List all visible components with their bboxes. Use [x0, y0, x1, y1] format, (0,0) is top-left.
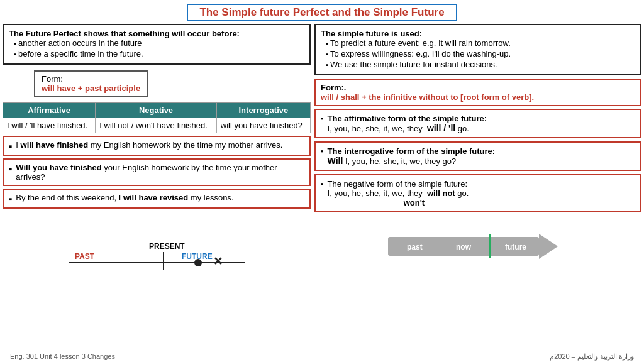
tl-right-future: future: [505, 243, 526, 251]
interrogative-text: The interrogative form of the simple fut…: [328, 146, 496, 166]
simple-future-box: The simple future is used: To predict a …: [314, 24, 641, 75]
bullet-2: before a specific time in the future.: [14, 49, 304, 58]
affirmative-bullet: ▪: [321, 114, 324, 123]
bullet-icon-2: ▪: [9, 163, 12, 174]
interrogative-rest: I, you, he, she, it, we, they go?: [343, 156, 456, 166]
timeline-dot: [194, 259, 202, 266]
tl-right-past: past: [407, 243, 423, 251]
negative-box: ▪ The negative form of the simple future…: [314, 174, 641, 212]
grammar-table: Affirmative Negative Interrogative I wil…: [3, 102, 311, 133]
example-1-bold: will have finished: [21, 140, 89, 150]
example-1-text: I will have finished my English homework…: [16, 140, 282, 150]
present-vertical-line: [163, 252, 164, 270]
negative-wont-bold: won't: [404, 198, 425, 207]
affirmative-will: will / 'll: [427, 123, 455, 133]
example-3: ▪ By the end of this weekend, I will hav…: [3, 189, 311, 209]
affirmative-end: go.: [455, 124, 469, 133]
example-3-before: By the end of this weekend, I: [16, 193, 123, 202]
example-3-after: my lessons.: [188, 193, 233, 202]
page-title: The Simple future Perfect and the Simple…: [187, 4, 457, 21]
form-right-formula: will / shall + the infinitive without to…: [321, 92, 534, 102]
example-2-text: Will you have finished your English home…: [16, 163, 304, 182]
interrogative-box: ▪ The interrogative form of the simple f…: [314, 141, 641, 171]
timeline-x: ✕: [213, 255, 223, 268]
form-right-box: Form:. will / shall + the infinitive wit…: [314, 79, 641, 106]
main-columns: The Future Perfect shows that something …: [0, 24, 644, 216]
col-affirmative: Affirmative: [3, 103, 96, 118]
future-perfect-header: The Future Perfect shows that something …: [9, 29, 304, 38]
negative-content: ▪ The negative form of the simple future…: [321, 179, 635, 207]
example-1: ▪ I will have finished my English homewo…: [3, 136, 311, 156]
negative-text: The negative form of the simple future: …: [328, 179, 469, 207]
title-bar: The Simple future Perfect and the Simple…: [0, 0, 644, 24]
negative-willnot: will not: [427, 189, 455, 198]
affirmative-content: ▪ The affirmative form of the simple fut…: [321, 114, 635, 133]
right-column: The simple future is used: To predict a …: [314, 24, 641, 216]
footer-left: Eng. 301 Unit 4 lesson 3 Changes: [10, 353, 115, 361]
negative-bullet: ▪: [321, 179, 324, 189]
timeline-right-container: past now future: [311, 218, 641, 275]
negative-subject: I, you, he, she, it, we, they: [328, 189, 423, 198]
cell-affirmative: I will / 'll have finished.: [3, 118, 96, 133]
left-column: The Future Perfect shows that something …: [3, 24, 311, 216]
form-box: Form: will have + past participle: [34, 70, 148, 97]
affirmative-text: The affirmative form of the simple futur…: [328, 114, 487, 133]
form-label: Form:: [42, 74, 63, 84]
negative-go: go.: [455, 189, 469, 198]
sf-bullet-3: We use the simple future for instant dec…: [326, 60, 635, 69]
form-container: Form: will have + past participle: [3, 68, 311, 100]
interrogative-will: Will: [328, 156, 343, 166]
col-interrogative: Interrogative: [216, 103, 310, 118]
negative-wont: won't: [328, 198, 425, 207]
simple-future-bullets: To predict a future event: e.g. It will …: [321, 38, 635, 69]
interrogative-bullet: ▪: [321, 146, 324, 156]
bullet-1: another action occurs in the future: [14, 38, 304, 48]
interrogative-content: ▪ The interrogative form of the simple f…: [321, 146, 635, 166]
example-1-after: my English homework by the time my mothe…: [88, 140, 282, 150]
affirmative-subject: I, you, he, she, it, we, they: [328, 124, 423, 133]
affirmative-box: ▪ The affirmative form of the simple fut…: [314, 109, 641, 138]
cell-negative: I will not / won't have finished.: [96, 118, 217, 133]
simple-future-header: The simple future is used:: [321, 29, 635, 38]
bullet-icon: ▪: [9, 141, 12, 151]
table-row: I will / 'll have finished. I will not /…: [3, 118, 311, 133]
example-3-text: By the end of this weekend, I will have …: [16, 193, 233, 202]
negative-header: The negative form of the simple future:: [328, 179, 468, 189]
cell-interrogative: will you have finished?: [216, 118, 310, 133]
bottom-section: PRESENT PAST FUTURE ✕ past now future: [0, 218, 644, 275]
past-label: PAST: [75, 252, 94, 261]
bullet-icon-3: ▪: [9, 194, 12, 204]
timeline-left: PRESENT PAST FUTURE ✕: [62, 224, 251, 275]
present-label: PRESENT: [149, 242, 185, 251]
example-3-bold: will have revised: [123, 193, 188, 202]
tl-right-now: now: [456, 243, 472, 251]
footer: Eng. 301 Unit 4 lesson 3 Changes وزارة ا…: [0, 351, 644, 362]
timeline-right: past now future: [388, 231, 564, 262]
col-negative: Negative: [96, 103, 217, 118]
footer-right: وزارة التربية والتعليم – 2020م: [550, 353, 634, 361]
form-formula: will have + past participle: [42, 84, 140, 93]
timeline-arrow-svg: past now future: [388, 231, 558, 262]
future-perfect-box: The Future Perfect shows that something …: [3, 24, 311, 65]
svg-marker-1: [539, 234, 558, 259]
example-2: ▪ Will you have finished your English ho…: [3, 158, 311, 186]
svg-rect-2: [489, 234, 491, 258]
future-perfect-bullets: another action occurs in the future befo…: [9, 38, 304, 58]
affirmative-header: The affirmative form of the simple futur…: [328, 114, 487, 123]
timeline-left-container: PRESENT PAST FUTURE ✕: [3, 218, 311, 275]
interrogative-header: The interrogative form of the simple fut…: [328, 146, 496, 156]
sf-bullet-1: To predict a future event: e.g. It will …: [326, 38, 635, 48]
example-2-bold: Will you have finished: [16, 163, 101, 172]
form-right-label: Form:.: [321, 83, 346, 92]
sf-bullet-2: To express willingness: e.g. I'll do the…: [326, 49, 635, 58]
